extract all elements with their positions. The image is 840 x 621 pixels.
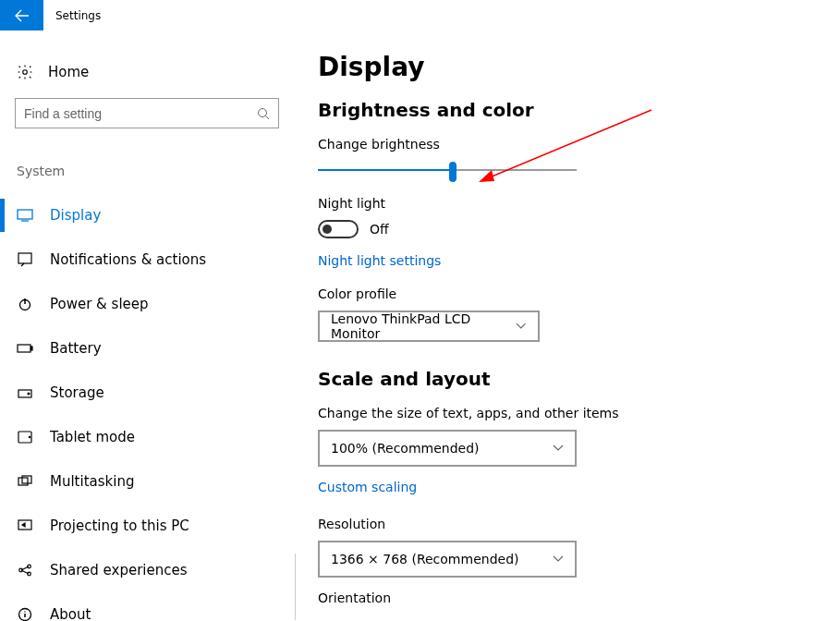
sidebar-item-about[interactable]: About xyxy=(15,592,296,621)
sidebar-item-multitasking[interactable]: Multitasking xyxy=(15,459,296,504)
sidebar-item-notifications[interactable]: Notifications & actions xyxy=(15,237,296,282)
svg-rect-2 xyxy=(18,210,32,219)
content-pane: Display Brightness and color Change brig… xyxy=(296,52,840,621)
sidebar-item-projecting[interactable]: Projecting to this PC xyxy=(15,504,296,548)
search-input[interactable] xyxy=(24,106,257,121)
slider-fill xyxy=(318,169,453,171)
svg-point-8 xyxy=(28,393,30,395)
night-light-label: Night light xyxy=(318,196,840,211)
resolution-select[interactable]: 1366 × 768 (Recommended) xyxy=(318,541,577,578)
sidebar-item-label: Multitasking xyxy=(50,473,134,490)
scale-label: Change the size of text, apps, and other… xyxy=(318,406,840,420)
notifications-icon xyxy=(17,251,33,268)
svg-point-15 xyxy=(28,565,31,568)
projecting-icon xyxy=(17,518,33,534)
category-label: System xyxy=(15,164,296,178)
color-profile-label: Color profile xyxy=(318,286,840,301)
sidebar-item-label: Shared experiences xyxy=(50,562,188,578)
sidebar-item-tablet[interactable]: Tablet mode xyxy=(15,415,296,459)
sidebar-item-power[interactable]: Power & sleep xyxy=(15,282,296,326)
svg-rect-11 xyxy=(18,478,28,485)
svg-point-10 xyxy=(29,436,30,437)
night-light-settings-link[interactable]: Night light settings xyxy=(318,253,441,268)
toggle-knob xyxy=(323,225,332,234)
sidebar-item-label: Notifications & actions xyxy=(50,251,206,268)
svg-point-0 xyxy=(23,70,28,75)
sidebar-item-storage[interactable]: Storage xyxy=(15,371,296,415)
scale-select[interactable]: 100% (Recommended) xyxy=(318,430,577,467)
chevron-down-icon xyxy=(553,444,564,452)
resolution-value: 1366 × 768 (Recommended) xyxy=(331,552,518,566)
window-header: Settings xyxy=(0,0,840,30)
svg-point-16 xyxy=(28,572,31,576)
svg-rect-12 xyxy=(22,476,31,483)
home-button[interactable]: Home xyxy=(15,52,296,92)
sidebar-item-label: About xyxy=(50,606,91,621)
home-label: Home xyxy=(48,64,89,80)
scale-value: 100% (Recommended) xyxy=(331,441,480,456)
chevron-down-icon xyxy=(553,555,564,563)
night-light-state: Off xyxy=(370,222,389,237)
sidebar-item-display[interactable]: Display xyxy=(15,193,296,237)
back-button[interactable] xyxy=(0,0,43,30)
search-box[interactable] xyxy=(15,98,279,128)
svg-rect-6 xyxy=(31,347,33,350)
custom-scaling-link[interactable]: Custom scaling xyxy=(318,480,417,494)
sidebar-item-label: Storage xyxy=(50,384,104,401)
sidebar-item-label: Power & sleep xyxy=(50,296,149,312)
multitasking-icon xyxy=(17,473,33,490)
sidebar-item-label: Battery xyxy=(50,340,102,357)
storage-icon xyxy=(17,384,33,401)
svg-point-1 xyxy=(259,108,267,116)
section-brightness-title: Brightness and color xyxy=(318,99,840,121)
sidebar-item-battery[interactable]: Battery xyxy=(15,326,296,371)
section-scale-title: Scale and layout xyxy=(318,368,840,390)
svg-point-14 xyxy=(19,568,23,572)
sidebar-item-label: Projecting to this PC xyxy=(50,518,189,534)
sidebar: Home System Display Notifications & acti… xyxy=(0,52,296,621)
color-profile-select[interactable]: Lenovo ThinkPad LCD Monitor xyxy=(318,310,540,342)
orientation-label: Orientation xyxy=(318,591,840,605)
tablet-icon xyxy=(17,429,33,445)
nav-list: Display Notifications & actions Power & … xyxy=(15,193,296,621)
sidebar-item-label: Tablet mode xyxy=(50,429,135,445)
window-title: Settings xyxy=(43,9,101,22)
page-title: Display xyxy=(318,52,840,82)
power-icon xyxy=(17,296,33,312)
slider-thumb[interactable] xyxy=(449,162,457,182)
brightness-label: Change brightness xyxy=(318,137,840,152)
display-icon xyxy=(17,207,33,224)
svg-rect-5 xyxy=(18,345,30,352)
night-light-toggle[interactable] xyxy=(318,220,359,238)
sidebar-item-label: Display xyxy=(50,207,101,224)
gear-icon xyxy=(17,64,33,80)
resolution-label: Resolution xyxy=(318,517,840,531)
share-icon xyxy=(17,562,33,578)
search-icon xyxy=(257,107,270,120)
battery-icon xyxy=(17,340,33,357)
svg-rect-3 xyxy=(18,253,31,263)
color-profile-value: Lenovo ThinkPad LCD Monitor xyxy=(331,311,516,341)
about-icon xyxy=(17,606,33,621)
sidebar-item-shared[interactable]: Shared experiences xyxy=(15,548,296,592)
brightness-slider[interactable] xyxy=(318,161,577,179)
back-arrow-icon xyxy=(14,7,30,24)
chevron-down-icon xyxy=(516,323,527,330)
